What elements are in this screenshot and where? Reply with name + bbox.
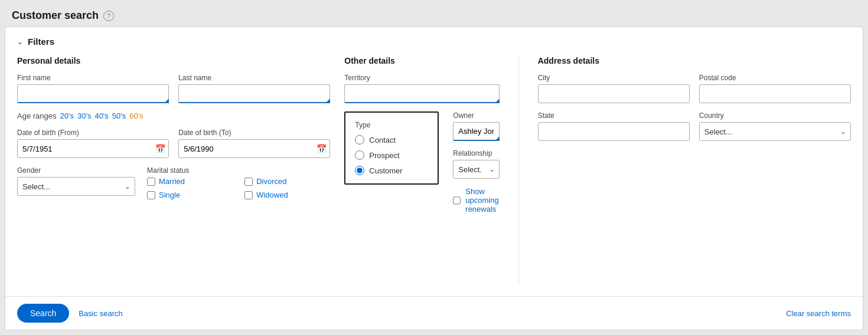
owner-input[interactable] [453, 122, 499, 141]
relationship-select[interactable]: Select... [453, 160, 499, 179]
married-checkbox[interactable] [147, 178, 155, 186]
relationship-field: Relationship Select... ⌄ [453, 149, 499, 179]
city-field: City [538, 74, 690, 103]
single-checkbox[interactable] [147, 191, 155, 199]
type-customer-item[interactable]: Customer [355, 166, 428, 175]
last-name-label: Last name [178, 74, 330, 82]
personal-details-title: Personal details [17, 56, 330, 65]
widowed-checkbox[interactable] [244, 191, 253, 199]
type-contact-label: Contact [369, 136, 396, 144]
owner-field: Owner [453, 111, 499, 141]
first-name-input[interactable] [17, 84, 169, 103]
renewals-label[interactable]: Show upcoming renewals [465, 187, 499, 214]
relationship-label: Relationship [453, 149, 499, 157]
search-button[interactable]: Search [17, 304, 69, 323]
gender-select[interactable]: Select... Male Female [17, 177, 135, 196]
clear-search-link[interactable]: Clear search terms [786, 309, 851, 318]
marital-status-label: Marital status [147, 166, 330, 175]
type-customer-label: Customer [369, 166, 402, 175]
single-label: Single [159, 191, 180, 199]
basic-search-link[interactable]: Basic search [79, 309, 122, 318]
marital-status-field: Marital status Married Divorced Singl [147, 166, 330, 199]
renewals-row: Show upcoming renewals [453, 187, 499, 214]
age-ranges-row: Age ranges 20's 30's 40's 50's 60's [17, 111, 330, 120]
filters-chevron-icon[interactable]: ⌄ [17, 38, 23, 46]
city-label: City [538, 74, 690, 82]
dob-from-calendar-icon[interactable]: 📅 [155, 143, 165, 154]
divorced-label: Divorced [256, 177, 286, 186]
widowed-label: Widowed [256, 191, 288, 199]
dob-to-calendar-icon[interactable]: 📅 [316, 143, 327, 154]
other-details-section: Other details Territory Type Contact P [344, 56, 513, 284]
divorced-checkbox-item[interactable]: Divorced [244, 177, 330, 186]
dob-to-label: Date of birth (To) [178, 129, 330, 137]
divorced-checkbox[interactable] [244, 178, 253, 186]
dob-to-input[interactable] [178, 139, 330, 158]
type-label: Type [355, 121, 428, 129]
filters-title: Filters [28, 37, 54, 47]
married-label: Married [159, 177, 185, 186]
address-details-title: Address details [538, 56, 851, 65]
single-checkbox-item[interactable]: Single [147, 191, 233, 199]
dob-to-field: Date of birth (To) 📅 [178, 129, 330, 158]
renewals-checkbox[interactable] [453, 196, 461, 205]
type-customer-radio[interactable] [355, 166, 364, 175]
owner-label: Owner [453, 111, 499, 120]
age-ranges-label: Age ranges [17, 111, 57, 120]
filters-header: ⌄ Filters [5, 27, 863, 47]
dob-from-input[interactable] [17, 139, 169, 158]
filters-body: Personal details First name Last name Ag… [5, 47, 863, 296]
city-postal-row: City Postal code [538, 74, 851, 103]
country-field: Country Select... ⌄ [699, 111, 851, 141]
main-card: ⌄ Filters Personal details First name La… [5, 27, 863, 330]
postal-code-field: Postal code [699, 74, 851, 103]
type-prospect-radio[interactable] [355, 150, 364, 160]
section-divider [518, 56, 519, 284]
dob-from-label: Date of birth (From) [17, 129, 169, 137]
country-label: Country [699, 111, 851, 120]
age-50s-link[interactable]: 50's [112, 111, 126, 120]
state-country-row: State Country Select... ⌄ [538, 111, 851, 141]
territory-label: Territory [344, 74, 499, 82]
country-select[interactable]: Select... [699, 122, 851, 141]
owner-relationship-col: Owner Relationship Select... ⌄ [453, 111, 499, 214]
age-60s-link[interactable]: 60's [129, 111, 143, 120]
age-40s-link[interactable]: 40's [94, 111, 108, 120]
date-of-birth-row: Date of birth (From) 📅 Date of birth (To… [17, 129, 330, 158]
footer: Search Basic search Clear search terms [5, 296, 863, 330]
type-box: Type Contact Prospect Customer [344, 111, 439, 185]
last-name-input[interactable] [178, 84, 330, 103]
state-field: State [538, 111, 690, 141]
age-30s-link[interactable]: 30's [77, 111, 91, 120]
postal-code-label: Postal code [699, 74, 851, 82]
married-checkbox-item[interactable]: Married [147, 177, 233, 186]
first-name-label: First name [17, 74, 169, 82]
territory-input[interactable] [344, 84, 499, 103]
type-contact-radio[interactable] [355, 135, 364, 144]
postal-code-input[interactable] [699, 84, 851, 103]
gender-marital-row: Gender Select... Male Female ⌄ Marital s… [17, 166, 330, 199]
other-details-title: Other details [344, 56, 499, 65]
state-label: State [538, 111, 690, 120]
city-input[interactable] [538, 84, 690, 103]
type-prospect-label: Prospect [369, 151, 399, 160]
dob-from-field: Date of birth (From) 📅 [17, 129, 169, 158]
state-input[interactable] [538, 122, 690, 141]
gender-field: Gender Select... Male Female ⌄ [17, 166, 135, 196]
address-details-section: Address details City Postal code State C… [524, 56, 851, 284]
widowed-checkbox-item[interactable]: Widowed [244, 191, 330, 199]
type-contact-item[interactable]: Contact [355, 135, 428, 144]
help-icon[interactable]: ? [103, 11, 114, 21]
personal-details-section: Personal details First name Last name Ag… [17, 56, 344, 284]
age-20s-link[interactable]: 20's [60, 111, 74, 120]
gender-label: Gender [17, 166, 135, 175]
type-prospect-item[interactable]: Prospect [355, 150, 428, 160]
marital-options: Married Divorced Single Widowed [147, 177, 330, 199]
page-title: Customer search [12, 9, 99, 22]
